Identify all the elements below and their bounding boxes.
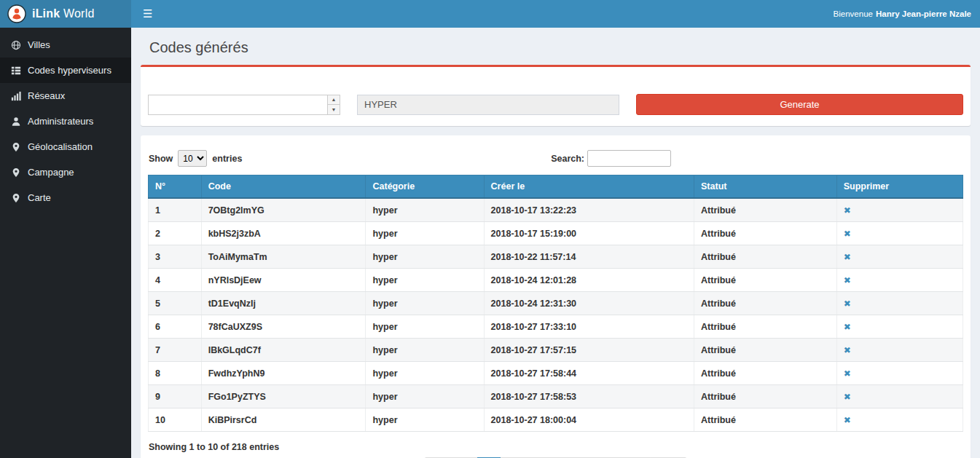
column-header-statut[interactable]: Statut bbox=[694, 175, 837, 199]
sidebar-item-geolocalisation[interactable]: Géolocalisation bbox=[0, 134, 131, 159]
delete-icon[interactable]: ✖ bbox=[844, 229, 851, 239]
cell-code: ToAiMymaTm bbox=[201, 245, 366, 269]
column-header-supprimer[interactable]: Supprimer bbox=[836, 175, 963, 199]
cell-code: FGo1PyZTYS bbox=[201, 385, 366, 408]
list-icon bbox=[10, 66, 21, 76]
cell-code: tD1EvqNzIj bbox=[201, 292, 366, 315]
cell-created: 2018-10-27 17:58:44 bbox=[484, 362, 694, 385]
delete-icon[interactable]: ✖ bbox=[844, 275, 851, 285]
table-row: 10KiBPirsrCdhyper2018-10-27 18:00:04Attr… bbox=[149, 408, 963, 432]
cell-category: hyper bbox=[366, 269, 484, 292]
delete-icon[interactable]: ✖ bbox=[844, 322, 851, 332]
cell-delete: ✖ bbox=[836, 339, 963, 362]
sidebar-item-administrateurs[interactable]: Administrateurs bbox=[0, 108, 131, 134]
column-header-code[interactable]: Code bbox=[201, 175, 366, 199]
cell-status: Attribué bbox=[694, 315, 837, 339]
cell-code: 7OBtg2lmYG bbox=[201, 198, 366, 222]
generator-panel: ▲ ▼ Generate bbox=[141, 65, 971, 126]
table-row: 678fCaUXZ9Shyper2018-10-27 17:33:10Attri… bbox=[149, 315, 963, 339]
column-header-categorie[interactable]: Catégorie bbox=[366, 175, 484, 199]
sidebar-item-carte[interactable]: Carte bbox=[0, 185, 131, 210]
cell-delete: ✖ bbox=[836, 292, 963, 315]
logo-area[interactable]: iLink World bbox=[0, 0, 131, 28]
column-header-creer-le[interactable]: Créer le bbox=[484, 175, 694, 199]
cell-category: hyper bbox=[366, 385, 484, 408]
datatable-footer: Showing 1 to 10 of 218 entries Previous1… bbox=[148, 442, 963, 458]
cell-status: Attribué bbox=[694, 245, 837, 269]
delete-icon[interactable]: ✖ bbox=[844, 252, 851, 262]
sidebar-item-label: Carte bbox=[28, 192, 51, 203]
page-length-select[interactable]: 10 bbox=[178, 150, 207, 167]
table-header-row: N°CodeCatégorieCréer leStatutSupprimer bbox=[149, 175, 963, 199]
delete-icon[interactable]: ✖ bbox=[844, 415, 851, 425]
table-row: 9FGo1PyZTYShyper2018-10-27 17:58:53Attri… bbox=[149, 385, 963, 408]
page-length-control: Show 10 entries bbox=[149, 150, 242, 167]
quantity-stepper: ▲ ▼ bbox=[148, 95, 340, 115]
table-row: 17OBtg2lmYGhyper2018-10-17 13:22:23Attri… bbox=[149, 198, 963, 222]
datatable-controls: Show 10 entries Search: bbox=[148, 150, 963, 167]
table-row: 7IBkGLqdC7fhyper2018-10-27 17:57:15Attri… bbox=[149, 339, 963, 362]
delete-icon[interactable]: ✖ bbox=[844, 392, 851, 402]
cell-delete: ✖ bbox=[836, 198, 963, 222]
cell-status: Attribué bbox=[694, 292, 837, 315]
delete-icon[interactable]: ✖ bbox=[844, 345, 851, 355]
cell-delete: ✖ bbox=[836, 245, 963, 269]
map-marker-icon bbox=[10, 142, 21, 152]
sidebar-item-villes[interactable]: Villes bbox=[0, 32, 131, 58]
cell-number: 8 bbox=[149, 362, 202, 385]
cell-created: 2018-10-27 17:58:53 bbox=[484, 385, 694, 408]
stepper-down-icon[interactable]: ▼ bbox=[328, 105, 340, 114]
cell-number: 2 bbox=[149, 222, 202, 245]
globe-icon bbox=[10, 40, 21, 50]
cell-created: 2018-10-22 11:57:14 bbox=[484, 245, 694, 269]
generate-button[interactable]: Generate bbox=[636, 94, 963, 115]
cell-code: KiBPirsrCd bbox=[201, 408, 366, 432]
stepper-up-icon[interactable]: ▲ bbox=[328, 95, 340, 106]
cell-number: 10 bbox=[149, 408, 202, 432]
table-body: 17OBtg2lmYGhyper2018-10-17 13:22:23Attri… bbox=[149, 198, 963, 432]
sidebar-item-label: Campagne bbox=[28, 167, 74, 178]
cell-number: 3 bbox=[149, 245, 202, 269]
sidebar-item-label: Réseaux bbox=[28, 90, 65, 101]
search-label: Search: bbox=[551, 154, 584, 164]
sidebar-item-label: Codes hyperviseurs bbox=[28, 65, 111, 76]
codes-table: N°CodeCatégorieCréer leStatutSupprimer 1… bbox=[148, 175, 963, 432]
sidebar-item-codes-hyperviseurs[interactable]: Codes hyperviseurs bbox=[0, 58, 131, 83]
cell-delete: ✖ bbox=[836, 385, 963, 408]
cell-status: Attribué bbox=[694, 385, 837, 408]
sidebar-toggle-icon[interactable]: ☰ bbox=[131, 0, 164, 28]
sidebar-item-campagne[interactable]: Campagne bbox=[0, 159, 131, 185]
page-title: Codes générés bbox=[141, 28, 971, 65]
delete-icon[interactable]: ✖ bbox=[844, 368, 851, 379]
search-input[interactable] bbox=[587, 150, 671, 167]
cell-created: 2018-10-27 18:00:04 bbox=[484, 408, 694, 432]
brand-bold: iLink bbox=[32, 7, 60, 20]
delete-icon[interactable]: ✖ bbox=[844, 299, 851, 309]
delete-icon[interactable]: ✖ bbox=[844, 205, 851, 216]
cell-created: 2018-10-24 12:01:28 bbox=[484, 269, 694, 292]
sidebar-item-reseaux[interactable]: Réseaux bbox=[0, 83, 131, 108]
quantity-input[interactable] bbox=[149, 95, 327, 114]
main-content: Codes générés ▲ ▼ Generate Show 10 entri… bbox=[131, 28, 980, 458]
category-field[interactable] bbox=[357, 95, 619, 115]
welcome-prefix: Bienvenue bbox=[834, 9, 873, 18]
search-control: Search: bbox=[551, 150, 671, 167]
cell-delete: ✖ bbox=[836, 408, 963, 432]
column-header-n[interactable]: N° bbox=[149, 175, 202, 199]
table-row: 4nYRlsDjEewhyper2018-10-24 12:01:28Attri… bbox=[149, 269, 963, 292]
cell-code: IBkGLqdC7f bbox=[201, 339, 366, 362]
cell-created: 2018-10-27 17:57:15 bbox=[484, 339, 694, 362]
cell-status: Attribué bbox=[694, 269, 837, 292]
map-marker-icon bbox=[10, 193, 21, 203]
cell-delete: ✖ bbox=[836, 222, 963, 245]
cell-number: 1 bbox=[149, 198, 202, 222]
cell-code: nYRlsDjEew bbox=[201, 269, 366, 292]
cell-code: 78fCaUXZ9S bbox=[201, 315, 366, 339]
table-row: 8FwdhzYphN9hyper2018-10-27 17:58:44Attri… bbox=[149, 362, 963, 385]
quantity-spinner: ▲ ▼ bbox=[327, 95, 340, 114]
cell-category: hyper bbox=[366, 198, 484, 222]
sidebar-item-label: Villes bbox=[28, 39, 50, 50]
cell-status: Attribué bbox=[694, 362, 837, 385]
table-info: Showing 1 to 10 of 218 entries bbox=[148, 442, 963, 452]
user-icon bbox=[10, 117, 21, 127]
